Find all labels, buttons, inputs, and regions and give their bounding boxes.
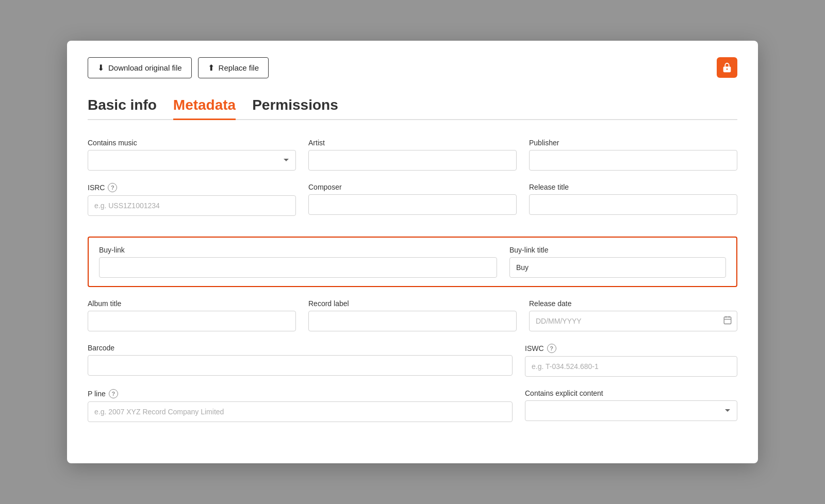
modal: ⬇ Download original file ⬆ Replace file …: [67, 41, 758, 463]
contains-music-label: Contains music: [88, 139, 296, 147]
download-label: Download original file: [108, 63, 182, 72]
artist-input[interactable]: [308, 150, 517, 171]
buy-link-section: Buy-link Buy-link title: [88, 237, 737, 287]
album-title-label: Album title: [88, 299, 296, 308]
publisher-group: Publisher: [529, 139, 737, 171]
form-row-5: P line ? Contains explicit content: [88, 389, 737, 422]
iswc-input[interactable]: [525, 356, 737, 377]
modal-overlay: ⬇ Download original file ⬆ Replace file …: [0, 0, 825, 504]
p-line-group: P line ?: [88, 389, 513, 422]
release-title-input[interactable]: [529, 194, 737, 215]
contains-music-select[interactable]: [88, 150, 296, 171]
release-date-input-wrap: [529, 311, 737, 331]
form-row-1: Contains music Artist Publisher: [88, 139, 737, 171]
buy-link-label: Buy-link: [99, 246, 497, 254]
buy-link-input[interactable]: [99, 257, 497, 278]
iswc-group: ISWC ?: [525, 344, 737, 377]
explicit-content-group: Contains explicit content: [525, 389, 737, 422]
composer-group: Composer: [308, 183, 517, 216]
isrc-group: ISRC ?: [88, 183, 296, 216]
upload-icon: ⬆: [208, 63, 214, 73]
album-title-input[interactable]: [88, 311, 296, 331]
iswc-help-icon[interactable]: ?: [547, 344, 556, 353]
composer-input[interactable]: [308, 194, 517, 215]
top-actions: ⬇ Download original file ⬆ Replace file: [88, 57, 737, 78]
replace-label: Replace file: [219, 63, 259, 72]
isrc-label: ISRC ?: [88, 183, 296, 192]
barcode-group: Barcode: [88, 344, 513, 377]
buy-link-title-group: Buy-link title: [509, 246, 726, 278]
form-row-3: Album title Record label Release date: [88, 299, 737, 331]
album-title-group: Album title: [88, 299, 296, 331]
explicit-content-select[interactable]: [525, 400, 737, 421]
lock-icon-wrap: [717, 57, 737, 78]
p-line-label: P line ?: [88, 389, 513, 398]
lock-svg-icon: [721, 62, 733, 73]
iswc-label: ISWC ?: [525, 344, 737, 353]
record-label-group: Record label: [308, 299, 517, 331]
record-label-label: Record label: [308, 299, 517, 308]
publisher-input[interactable]: [529, 150, 737, 171]
form-row-4: Barcode ISWC ?: [88, 344, 737, 377]
release-title-label: Release title: [529, 183, 737, 191]
contains-music-group: Contains music: [88, 139, 296, 171]
tabs: Basic info Metadata Permissions: [88, 97, 737, 120]
p-line-help-icon[interactable]: ?: [109, 389, 118, 398]
tab-basic-info[interactable]: Basic info: [88, 97, 157, 120]
tab-metadata[interactable]: Metadata: [173, 97, 236, 120]
barcode-input[interactable]: [88, 355, 513, 376]
tab-permissions[interactable]: Permissions: [252, 97, 338, 120]
composer-label: Composer: [308, 183, 517, 191]
artist-group: Artist: [308, 139, 517, 171]
buy-link-group: Buy-link: [99, 246, 497, 278]
isrc-help-icon[interactable]: ?: [108, 183, 117, 192]
buy-link-inner: Buy-link Buy-link title: [99, 246, 726, 278]
buy-link-title-input[interactable]: [509, 257, 726, 278]
isrc-input[interactable]: [88, 195, 296, 216]
buy-link-title-label: Buy-link title: [509, 246, 726, 254]
explicit-content-label: Contains explicit content: [525, 389, 737, 397]
release-title-group: Release title: [529, 183, 737, 216]
barcode-label: Barcode: [88, 344, 513, 352]
download-icon: ⬇: [97, 63, 104, 73]
download-button[interactable]: ⬇ Download original file: [88, 57, 192, 78]
replace-button[interactable]: ⬆ Replace file: [198, 57, 269, 78]
release-date-input[interactable]: [529, 311, 737, 331]
form-row-2: ISRC ? Composer Release title: [88, 183, 737, 216]
p-line-input[interactable]: [88, 401, 513, 422]
release-date-group: Release date: [529, 299, 737, 331]
artist-label: Artist: [308, 139, 517, 147]
release-date-label: Release date: [529, 299, 737, 308]
lock-button[interactable]: [717, 57, 737, 78]
record-label-input[interactable]: [308, 311, 517, 331]
publisher-label: Publisher: [529, 139, 737, 147]
